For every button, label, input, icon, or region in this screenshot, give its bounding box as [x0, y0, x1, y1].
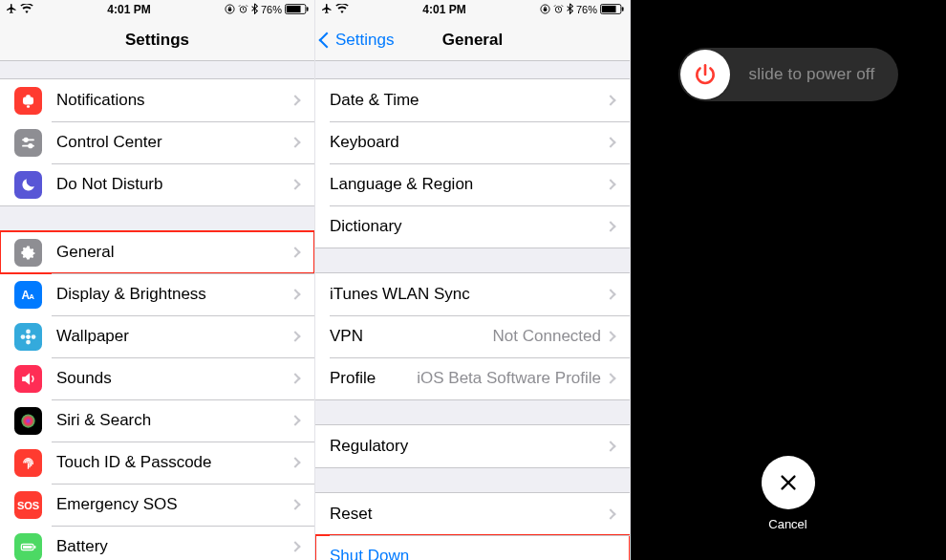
row-label: VPN [330, 327, 363, 346]
sos-icon: SOS [14, 491, 42, 519]
row-label: Wallpaper [56, 327, 129, 346]
status-time: 4:01 PM [422, 3, 465, 16]
svg-point-17 [32, 334, 36, 339]
chevron-right-icon [605, 221, 615, 231]
row-label: Regulatory [330, 437, 408, 456]
row-sounds[interactable]: Sounds [0, 357, 314, 399]
row-label: Display & Brightness [56, 285, 206, 304]
svg-rect-24 [544, 9, 547, 11]
siri-icon [14, 407, 42, 435]
svg-point-18 [21, 414, 34, 427]
row-reset[interactable]: Reset [315, 493, 630, 535]
row-label: iTunes WLAN Sync [330, 285, 470, 304]
pane-poweroff: slide to power off Cancel [631, 0, 946, 560]
row-label: Keyboard [330, 133, 399, 152]
row-regulatory[interactable]: Regulatory [315, 425, 630, 467]
pane-general: 4:01 PM 76% Settings General Date & Time… [315, 0, 631, 560]
row-itunes-sync[interactable]: iTunes WLAN Sync [315, 273, 630, 315]
row-label: Shut Down [330, 547, 409, 560]
svg-point-16 [21, 334, 26, 339]
chevron-right-icon [290, 247, 300, 257]
gear-icon [14, 239, 42, 267]
row-label: Emergency SOS [56, 495, 178, 514]
chevron-right-icon [290, 137, 300, 147]
chevron-right-icon [605, 331, 615, 341]
svg-point-15 [26, 339, 31, 344]
chevron-right-icon [290, 179, 300, 189]
row-label: General [56, 243, 114, 262]
row-wallpaper[interactable]: Wallpaper [0, 315, 314, 357]
row-language[interactable]: Language & Region [315, 163, 630, 205]
chevron-right-icon [605, 508, 615, 519]
fingerprint-icon [14, 449, 42, 477]
speaker-icon [14, 365, 42, 393]
row-label: Dictionary [330, 217, 402, 236]
battery-percent: 76% [261, 4, 282, 15]
row-keyboard[interactable]: Keyboard [315, 121, 630, 163]
row-label: Reset [330, 505, 372, 524]
row-detail: iOS Beta Software Profile [417, 369, 601, 388]
wifi-icon [335, 4, 349, 15]
alarm-icon [553, 4, 564, 16]
sliders-icon [14, 129, 42, 157]
row-battery[interactable]: Battery [0, 526, 314, 560]
row-profile[interactable]: ProfileiOS Beta Software Profile [315, 357, 630, 399]
svg-text:A: A [29, 292, 34, 301]
cancel-button[interactable] [762, 456, 815, 509]
chevron-right-icon [605, 179, 615, 189]
chevron-right-icon [290, 541, 300, 551]
svg-point-9 [24, 138, 27, 140]
chevron-right-icon [290, 457, 300, 467]
row-siri[interactable]: Siri & Search [0, 399, 314, 442]
svg-rect-7 [26, 95, 31, 97]
pane-settings: 4:01 PM 76% Settings NotificationsContro… [0, 0, 315, 560]
svg-point-13 [26, 334, 31, 339]
svg-point-10 [29, 143, 32, 146]
row-vpn[interactable]: VPNNot Connected [315, 315, 630, 357]
svg-rect-6 [23, 97, 33, 104]
svg-rect-4 [287, 5, 301, 11]
chevron-right-icon [605, 289, 615, 299]
alarm-icon [238, 4, 248, 16]
back-button[interactable]: Settings [321, 31, 394, 50]
row-control-center[interactable]: Control Center [0, 121, 314, 163]
chevron-right-icon [605, 373, 615, 383]
row-dictionary[interactable]: Dictionary [315, 205, 630, 248]
chevron-left-icon [319, 32, 335, 48]
chevron-right-icon [290, 95, 300, 105]
bluetooth-icon [567, 3, 573, 16]
battery-icon [14, 533, 42, 561]
row-display[interactable]: AADisplay & Brightness [0, 273, 314, 315]
row-shutdown[interactable]: Shut Down [315, 535, 630, 560]
svg-rect-22 [34, 545, 36, 548]
chevron-right-icon [605, 95, 615, 105]
row-touchid[interactable]: Touch ID & Passcode [0, 442, 314, 484]
chevron-right-icon [605, 441, 615, 451]
status-bar: 4:01 PM 76% [0, 0, 314, 19]
row-date-time[interactable]: Date & Time [315, 79, 630, 121]
battery-percent: 76% [576, 4, 597, 15]
row-label: Profile [330, 369, 376, 388]
text-size-icon: AA [14, 281, 42, 309]
cancel-label: Cancel [768, 517, 806, 531]
airplane-icon [321, 3, 333, 16]
chevron-right-icon [290, 373, 300, 383]
row-sos[interactable]: SOSEmergency SOS [0, 484, 314, 526]
chevron-right-icon [290, 499, 300, 509]
airplane-icon [6, 3, 17, 16]
svg-rect-21 [23, 545, 32, 548]
page-title: Settings [125, 31, 189, 50]
row-notifications[interactable]: Notifications [0, 79, 314, 121]
slider-label: slide to power off [736, 65, 889, 84]
row-label: Sounds [56, 369, 112, 388]
navbar-general: Settings General [315, 19, 630, 61]
power-off-knob[interactable] [680, 50, 730, 99]
status-bar: 4:01 PM 76% [315, 0, 630, 19]
svg-rect-5 [307, 7, 309, 11]
svg-rect-8 [27, 105, 30, 107]
power-off-slider[interactable]: slide to power off [678, 48, 898, 101]
row-label: Language & Region [330, 175, 473, 194]
row-do-not-disturb[interactable]: Do Not Disturb [0, 163, 314, 205]
row-general[interactable]: General [0, 231, 314, 273]
svg-rect-27 [602, 5, 616, 11]
